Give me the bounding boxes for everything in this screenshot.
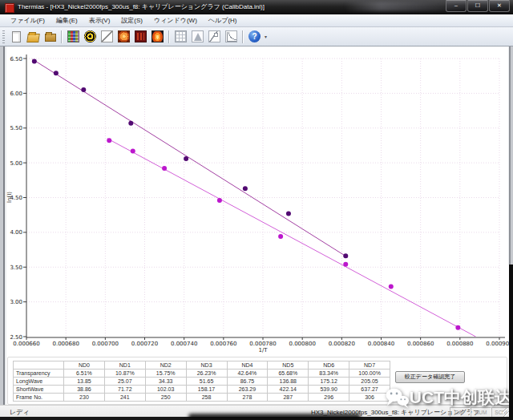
menu-file[interactable]: ファイル(F) — [5, 14, 50, 26]
menu-edit[interactable]: 編集(E) — [50, 14, 83, 26]
table-cell: 539.90 — [309, 386, 349, 394]
line-graph-icon — [101, 30, 113, 42]
menu-settings[interactable]: 設定(S) — [115, 14, 148, 26]
help-button[interactable] — [246, 29, 263, 45]
table-row: Transparency6.51%10.87%15.75%26.23%42.64… — [14, 370, 390, 378]
menu-view[interactable]: 表示(V) — [83, 14, 116, 26]
thermal-flame-button[interactable] — [149, 29, 166, 45]
data-point-longwave — [278, 234, 283, 239]
table-cell: 230 — [64, 394, 105, 402]
table-row: LongWave13.8525.0734.3351.6586.75136.881… — [14, 378, 390, 386]
minimize-button[interactable]: – — [446, 0, 467, 12]
thermal-flame-icon — [151, 30, 164, 42]
data-grid-button[interactable] — [172, 29, 189, 45]
table-cell: 241 — [104, 394, 145, 402]
toolbar-overflow-icon[interactable]: ▾ — [265, 34, 267, 39]
target-button[interactable] — [82, 29, 99, 45]
data-point-longwave — [107, 138, 111, 143]
thermal-image-icon — [118, 30, 130, 42]
table-cell: 136.88 — [268, 378, 309, 386]
folder-icon — [45, 34, 56, 42]
thermias-window: 0.0006600.0006800.0007000.0007200.000740… — [0, 0, 513, 420]
table-header-nd1: ND1 — [104, 361, 145, 370]
data-grid-icon — [175, 30, 187, 42]
table-cell: 637.27 — [349, 386, 390, 394]
window-title: Thermias - [HX3_Nickel2000fps_300us_f8: … — [18, 2, 265, 11]
title-bar: Thermias - [HX3_Nickel2000fps_300us_f8: … — [0, 0, 513, 14]
table-row: ShortWave38.8671.72102.03158.17263.29422… — [14, 386, 390, 394]
x-tick-label: 0.000840 — [368, 341, 394, 347]
table-cell: 263.29 — [227, 386, 268, 394]
table-cell: 15.75% — [145, 370, 186, 378]
sensor-chip-icon — [67, 30, 79, 42]
thermal-strip-button[interactable] — [132, 29, 149, 45]
graph-marker-button[interactable] — [206, 29, 223, 45]
table-cell: 65.68% — [268, 370, 309, 378]
table-cell: 102.03 — [145, 386, 186, 394]
maximize-button[interactable]: ☐ — [467, 0, 488, 12]
open-file-button[interactable] — [25, 29, 42, 45]
window-border-bottom — [0, 417, 513, 420]
toolbar-separator — [168, 30, 170, 43]
close-button[interactable]: ✕ — [489, 0, 510, 12]
y-tick-label: 6.00 — [10, 91, 22, 97]
toolbar-separator — [61, 30, 63, 43]
x-tick-label: 0.000780 — [249, 341, 276, 347]
window-controls: – ☐ ✕ — [445, 0, 510, 12]
table-row-label: LongWave — [14, 378, 64, 386]
data-point-longwave — [389, 285, 394, 289]
x-tick-label: 0.000720 — [131, 341, 158, 347]
y-axis-label: ln(I) — [6, 192, 13, 203]
table-cell: 83.34% — [309, 370, 349, 378]
folder-button[interactable] — [42, 29, 59, 45]
table-cell: 250 — [145, 394, 186, 402]
x-tick-label: 0.000700 — [92, 341, 119, 347]
x-tick-label: 0.000800 — [289, 341, 315, 347]
table-header-nd2: ND2 — [145, 361, 186, 370]
sensor-button[interactable] — [65, 29, 82, 45]
thermal-image-button[interactable] — [115, 29, 132, 45]
x-tick-label: 0.000660 — [13, 341, 39, 347]
calibration-confirm-button[interactable]: 較正データ確認完了 — [395, 371, 465, 383]
table-cell: 26.23% — [186, 370, 227, 378]
data-point-shortwave — [81, 87, 86, 92]
help-icon — [248, 30, 261, 42]
table-cell: 422.14 — [268, 386, 309, 394]
table-corner-cell — [14, 361, 64, 370]
line-graph-button[interactable] — [99, 29, 115, 45]
table-cell: 158.17 — [186, 386, 227, 394]
window-border-left — [0, 46, 6, 418]
x-tick-label: 0.000740 — [171, 341, 197, 347]
table-cell: 296 — [309, 394, 349, 402]
y-tick-label: 3.50 — [10, 265, 22, 271]
data-point-shortwave — [343, 253, 348, 258]
table-cell: 278 — [227, 394, 268, 402]
table-cell: 13.85 — [64, 378, 105, 386]
graph-curve-icon — [225, 30, 237, 42]
toolbar-separator — [242, 30, 244, 43]
table-cell: 10.87% — [104, 370, 145, 378]
target-icon — [84, 30, 96, 42]
menu-window[interactable]: ウィンドウ(W) — [148, 14, 203, 26]
data-point-shortwave — [243, 186, 248, 191]
graph-curve-button[interactable] — [223, 29, 240, 45]
data-point-longwave — [455, 325, 460, 330]
new-file-button[interactable] — [8, 29, 25, 45]
histogram-button[interactable] — [189, 29, 206, 45]
histogram-icon — [192, 30, 204, 42]
table-cell: 42.64% — [227, 370, 268, 378]
menu-help[interactable]: ヘルプ(H) — [203, 14, 243, 26]
toolbar: ▾ — [0, 27, 513, 46]
table-cell: 306 — [349, 394, 390, 402]
table-header-nd6: ND6 — [309, 361, 349, 370]
table-cell: 86.75 — [227, 378, 268, 386]
x-axis-label: 1/T — [258, 347, 268, 353]
status-ready-text: レディ — [10, 408, 30, 417]
table-cell: 38.86 — [64, 386, 105, 394]
thermal-strip-icon — [135, 30, 147, 42]
y-tick-label: 5.00 — [10, 160, 22, 167]
toolbar-grip[interactable] — [2, 30, 5, 43]
table-cell: 258 — [186, 394, 227, 402]
data-point-longwave — [217, 198, 222, 203]
table-row-label: Transparency — [14, 370, 64, 378]
